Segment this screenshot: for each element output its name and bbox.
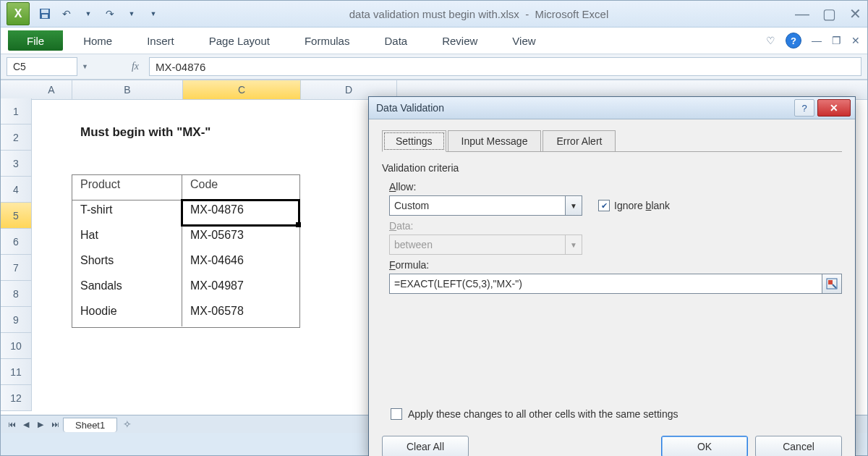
- row-header[interactable]: 5: [1, 203, 31, 229]
- dialog-titlebar[interactable]: Data Validation ? ✕: [369, 97, 855, 119]
- dialog-tabs: Settings Input Message Error Alert: [382, 130, 842, 152]
- row-header[interactable]: 7: [1, 255, 31, 281]
- range-selector-icon[interactable]: [822, 274, 842, 294]
- tab-input-message[interactable]: Input Message: [448, 130, 542, 152]
- col-header-c[interactable]: C: [183, 80, 301, 99]
- col-header-b[interactable]: B: [72, 80, 183, 99]
- sheet-nav-prev-icon[interactable]: ◀: [20, 418, 33, 431]
- formula-field[interactable]: =EXACT(LEFT(C5,3),"MX-"): [389, 274, 822, 294]
- data-combo: between ▼: [389, 235, 842, 255]
- row-header[interactable]: 12: [1, 385, 31, 411]
- ribbon-tabs: File Home Insert Page Layout Formulas Da…: [1, 28, 867, 54]
- dialog-title: Data Validation: [376, 102, 444, 114]
- col-header-a[interactable]: A: [31, 80, 72, 99]
- cell-heading: Must begin with "MX-": [76, 125, 215, 140]
- svg-rect-4: [828, 280, 833, 284]
- new-sheet-icon[interactable]: ✧: [123, 418, 137, 430]
- validation-criteria-label: Validation criteria: [382, 162, 842, 174]
- sheet-nav-first-icon[interactable]: ⏮: [5, 418, 18, 431]
- fill-handle[interactable]: [296, 222, 301, 227]
- row-header[interactable]: 1: [1, 98, 31, 124]
- row-header[interactable]: 8: [1, 281, 31, 307]
- row-header[interactable]: 11: [1, 359, 31, 385]
- table-header-product: Product: [76, 178, 124, 191]
- tab-error-alert[interactable]: Error Alert: [542, 130, 616, 152]
- name-box-dropdown-icon[interactable]: ▼: [82, 63, 88, 70]
- svg-rect-2: [42, 14, 48, 18]
- table-row: MX-05673: [186, 229, 248, 242]
- apply-all-label: Apply these changes to all other cells w…: [408, 408, 678, 420]
- table-row: MX-04987: [186, 279, 248, 292]
- table-row: T-shirt: [76, 203, 116, 216]
- tab-view[interactable]: View: [495, 28, 553, 54]
- help-icon[interactable]: ?: [786, 33, 801, 48]
- allow-combo[interactable]: Custom ▼: [389, 195, 582, 216]
- dialog-help-icon[interactable]: ?: [794, 99, 814, 117]
- table-row: Hat: [76, 229, 103, 242]
- data-value: between: [389, 235, 566, 255]
- fx-icon[interactable]: fx: [126, 61, 145, 72]
- formula-label: Formula:: [389, 259, 842, 271]
- row-header[interactable]: 9: [1, 307, 31, 333]
- table-col-divider: [72, 174, 182, 326]
- data-label: Data:: [389, 220, 842, 232]
- maximize-icon[interactable]: ▢: [822, 5, 836, 22]
- table-row: MX-06578: [186, 305, 248, 318]
- active-cell[interactable]: [181, 199, 300, 227]
- row-header[interactable]: 6: [1, 229, 31, 255]
- tab-home[interactable]: Home: [66, 28, 129, 54]
- window-controls: ― ▢ ✕: [795, 5, 861, 22]
- data-validation-dialog: Data Validation ? ✕ Settings Input Messa…: [368, 96, 856, 456]
- select-all-cell[interactable]: [1, 80, 32, 100]
- workbook-close-icon[interactable]: ✕: [851, 35, 860, 46]
- table-header-code: Code: [186, 178, 222, 191]
- formula-bar: C5 ▼ fx MX-04876: [1, 54, 867, 80]
- redo-icon[interactable]: ↷: [101, 4, 119, 23]
- allow-value: Custom: [389, 195, 566, 216]
- apply-all-checkbox[interactable]: Apply these changes to all other cells w…: [391, 408, 678, 420]
- row-header[interactable]: 3: [1, 151, 31, 177]
- undo-icon[interactable]: ↶: [57, 4, 76, 23]
- dialog-close-icon[interactable]: ✕: [817, 99, 851, 117]
- row-header[interactable]: 10: [1, 333, 31, 359]
- sheet-tab[interactable]: Sheet1: [63, 418, 117, 432]
- workbook-restore-icon[interactable]: ❐: [832, 35, 841, 46]
- row-header[interactable]: 4: [1, 177, 31, 203]
- tab-settings[interactable]: Settings: [382, 130, 446, 152]
- table-row: Shorts: [76, 254, 118, 267]
- row-header[interactable]: 2: [1, 124, 31, 151]
- excel-window: X ↶ ▼ ↷ ▼ ▼ data validation must begin w…: [0, 0, 868, 456]
- minimize-icon[interactable]: ―: [795, 6, 809, 22]
- tab-page-layout[interactable]: Page Layout: [192, 28, 287, 54]
- save-icon[interactable]: [35, 4, 54, 23]
- table-row: Hoodie: [76, 305, 122, 318]
- file-tab[interactable]: File: [8, 30, 63, 51]
- svg-rect-1: [41, 9, 48, 13]
- checkbox-checked-icon: ✔: [598, 200, 610, 211]
- excel-logo-icon: X: [7, 2, 30, 25]
- ok-button[interactable]: OK: [661, 436, 748, 456]
- tab-review[interactable]: Review: [425, 28, 495, 54]
- name-box[interactable]: C5: [7, 57, 77, 76]
- workbook-minimize-icon[interactable]: ―: [812, 35, 822, 46]
- clear-all-button[interactable]: Clear All: [382, 436, 469, 456]
- ignore-blank-checkbox[interactable]: ✔ Ignore blank: [598, 200, 670, 211]
- formula-input[interactable]: MX-04876: [149, 57, 861, 76]
- tab-data[interactable]: Data: [367, 28, 425, 54]
- data-dropdown-icon: ▼: [566, 235, 582, 255]
- cancel-button[interactable]: Cancel: [755, 436, 842, 456]
- tab-formulas[interactable]: Formulas: [287, 28, 367, 54]
- ribbon-minimize-icon[interactable]: ♡: [766, 35, 775, 46]
- checkbox-unchecked-icon: [391, 408, 402, 420]
- allow-dropdown-icon[interactable]: ▼: [566, 195, 582, 216]
- qat-customize-icon[interactable]: ▼: [144, 4, 163, 23]
- table-row: Sandals: [76, 279, 127, 292]
- undo-dropdown-icon[interactable]: ▼: [79, 4, 98, 23]
- sheet-nav-last-icon[interactable]: ⏭: [48, 418, 61, 431]
- allow-label: Allow:: [389, 181, 842, 193]
- tab-insert[interactable]: Insert: [129, 28, 192, 54]
- window-title: data validation must begin with.xlsx - M…: [163, 8, 795, 20]
- sheet-nav-next-icon[interactable]: ▶: [34, 418, 47, 431]
- close-icon[interactable]: ✕: [849, 5, 861, 22]
- redo-dropdown-icon[interactable]: ▼: [122, 4, 141, 23]
